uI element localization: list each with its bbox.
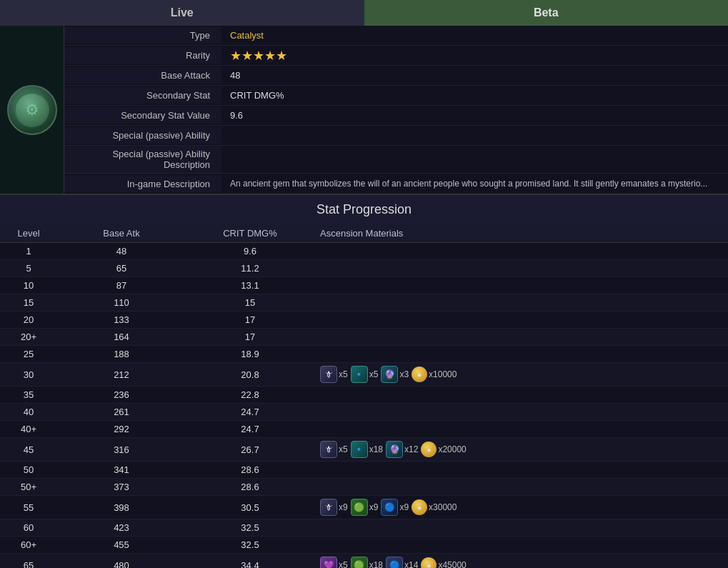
gold-icon: ● bbox=[412, 367, 427, 382]
cell-level: 40 bbox=[0, 404, 57, 421]
mat-count: x3 bbox=[399, 369, 409, 379]
cell-level: 1 bbox=[0, 243, 57, 260]
mat-icon-symbol: 🗡 bbox=[324, 369, 333, 379]
base-attack-value: 48 bbox=[221, 70, 728, 81]
cell-level: 35 bbox=[0, 387, 57, 404]
mat-gold: ● x30000 bbox=[412, 499, 457, 515]
table-row: 10 87 13.1 bbox=[0, 277, 728, 294]
cell-materials: 🗡 x9 🟢 x9 🔵 x9 ● x30000 bbox=[314, 496, 728, 519]
mat-item: 🗡 x5 bbox=[320, 441, 348, 458]
mat-icon: 🗡 bbox=[320, 441, 337, 458]
cell-materials: 🗡 x5 🔹 x5 🔮 x3 ● x10000 bbox=[314, 363, 728, 387]
mat-item: 🗡 x5 bbox=[320, 366, 348, 383]
info-row-rarity: Rarity ★★★★★ bbox=[64, 46, 728, 66]
cell-level: 15 bbox=[0, 294, 57, 312]
item-icon bbox=[7, 85, 57, 135]
cell-crit-dmg: 18.9 bbox=[186, 346, 314, 363]
cell-level: 20+ bbox=[0, 329, 57, 346]
mat-icon-symbol: 🔵 bbox=[389, 560, 400, 568]
stat-progression-title: Stat Progression bbox=[316, 202, 412, 216]
cell-crit-dmg: 9.6 bbox=[186, 243, 314, 260]
cell-materials: 💜 x5 🟢 x18 🔵 x14 ● x45000 bbox=[314, 554, 728, 569]
cell-base-atk: 398 bbox=[57, 496, 186, 519]
mat-icon-symbol: 💜 bbox=[324, 560, 334, 568]
info-row-base-attack: Base Attack 48 bbox=[64, 66, 728, 86]
mat-icon: 🟢 bbox=[351, 499, 368, 516]
col-level: Level bbox=[0, 224, 57, 243]
cell-base-atk: 423 bbox=[57, 519, 186, 537]
item-info-section: Type Catalyst Rarity ★★★★★ Base Attack 4… bbox=[0, 26, 728, 194]
col-crit-dmg: CRIT DMG% bbox=[186, 224, 314, 243]
mat-count: x10000 bbox=[429, 369, 457, 379]
rarity-value: ★★★★★ bbox=[221, 48, 728, 64]
cell-crit-dmg: 22.8 bbox=[186, 387, 314, 404]
cell-materials bbox=[314, 260, 728, 277]
table-row: 20 133 17 bbox=[0, 312, 728, 329]
cell-materials bbox=[314, 537, 728, 554]
mat-count: x30000 bbox=[429, 502, 457, 512]
materials-list: 🗡 x5 🔹 x18 🔮 x12 ● x20000 bbox=[320, 441, 722, 458]
cell-materials bbox=[314, 277, 728, 294]
tab-live[interactable]: Live bbox=[0, 0, 364, 26]
cell-crit-dmg: 32.5 bbox=[186, 519, 314, 537]
cell-crit-dmg: 34.4 bbox=[186, 554, 314, 569]
materials-list: 🗡 x9 🟢 x9 🔵 x9 ● x30000 bbox=[320, 499, 722, 516]
rarity-label: Rarity bbox=[64, 47, 221, 64]
tab-beta-label: Beta bbox=[534, 6, 559, 19]
info-row-secondary-stat: Secondary Stat CRIT DMG% bbox=[64, 86, 728, 106]
cell-level: 25 bbox=[0, 346, 57, 363]
mat-icon: 🔮 bbox=[381, 366, 398, 383]
cell-materials bbox=[314, 329, 728, 346]
mat-item: 💜 x5 bbox=[320, 557, 348, 568]
mat-count: x9 bbox=[339, 502, 348, 512]
cell-level: 20 bbox=[0, 312, 57, 329]
stat-table: Level Base Atk CRIT DMG% Ascension Mater… bbox=[0, 224, 728, 568]
stat-progression-table-container: Level Base Atk CRIT DMG% Ascension Mater… bbox=[0, 224, 728, 568]
table-row: 55 398 30.5 🗡 x9 🟢 x9 🔵 x9 ● x30000 bbox=[0, 496, 728, 519]
table-row: 60 423 32.5 bbox=[0, 519, 728, 537]
cell-crit-dmg: 28.6 bbox=[186, 462, 314, 479]
cell-base-atk: 133 bbox=[57, 312, 186, 329]
mat-icon-symbol: 🟢 bbox=[354, 560, 364, 568]
mat-item: 🔹 x18 bbox=[351, 441, 383, 458]
cell-crit-dmg: 20.8 bbox=[186, 363, 314, 387]
col-base-atk: Base Atk bbox=[57, 224, 186, 243]
cell-base-atk: 164 bbox=[57, 329, 186, 346]
secondary-stat-val-label: Secondary Stat Value bbox=[64, 107, 221, 124]
cell-base-atk: 65 bbox=[57, 260, 186, 277]
col-ascension-materials: Ascension Materials bbox=[314, 224, 728, 243]
cell-level: 50+ bbox=[0, 479, 57, 496]
tab-live-label: Live bbox=[171, 6, 194, 19]
cell-level: 60+ bbox=[0, 537, 57, 554]
mat-icon: 🟢 bbox=[351, 557, 368, 568]
cell-crit-dmg: 32.5 bbox=[186, 537, 314, 554]
table-row: 1 48 9.6 bbox=[0, 243, 728, 260]
mat-icon: 🗡 bbox=[320, 366, 337, 383]
info-row-special-ability-desc: Special (passive) Ability Description bbox=[64, 146, 728, 174]
table-row: 65 480 34.4 💜 x5 🟢 x18 🔵 x14 ● x45000 bbox=[0, 554, 728, 569]
tab-beta[interactable]: Beta bbox=[364, 0, 729, 26]
cell-crit-dmg: 11.2 bbox=[186, 260, 314, 277]
mat-count: x18 bbox=[369, 560, 383, 568]
cell-level: 40+ bbox=[0, 421, 57, 438]
mat-count: x5 bbox=[339, 560, 348, 568]
base-attack-label: Base Attack bbox=[64, 67, 221, 84]
mat-icon-symbol: 🔵 bbox=[384, 502, 395, 512]
mat-icon: 🔹 bbox=[351, 366, 368, 383]
cell-crit-dmg: 30.5 bbox=[186, 496, 314, 519]
rarity-stars: ★★★★★ bbox=[230, 49, 287, 63]
cell-base-atk: 48 bbox=[57, 243, 186, 260]
cell-base-atk: 236 bbox=[57, 387, 186, 404]
mat-count: x12 bbox=[404, 444, 418, 454]
cell-level: 60 bbox=[0, 519, 57, 537]
table-row: 15 110 15 bbox=[0, 294, 728, 312]
table-header-row: Level Base Atk CRIT DMG% Ascension Mater… bbox=[0, 224, 728, 243]
mat-icon: 🔮 bbox=[386, 441, 403, 458]
cell-materials bbox=[314, 312, 728, 329]
mat-count: x20000 bbox=[438, 444, 466, 454]
secondary-stat-val-value: 9.6 bbox=[221, 110, 728, 121]
table-row: 45 316 26.7 🗡 x5 🔹 x18 🔮 x12 ● x20000 bbox=[0, 438, 728, 462]
mat-icon: 🔵 bbox=[381, 499, 398, 516]
cell-level: 50 bbox=[0, 462, 57, 479]
table-row: 60+ 455 32.5 bbox=[0, 537, 728, 554]
